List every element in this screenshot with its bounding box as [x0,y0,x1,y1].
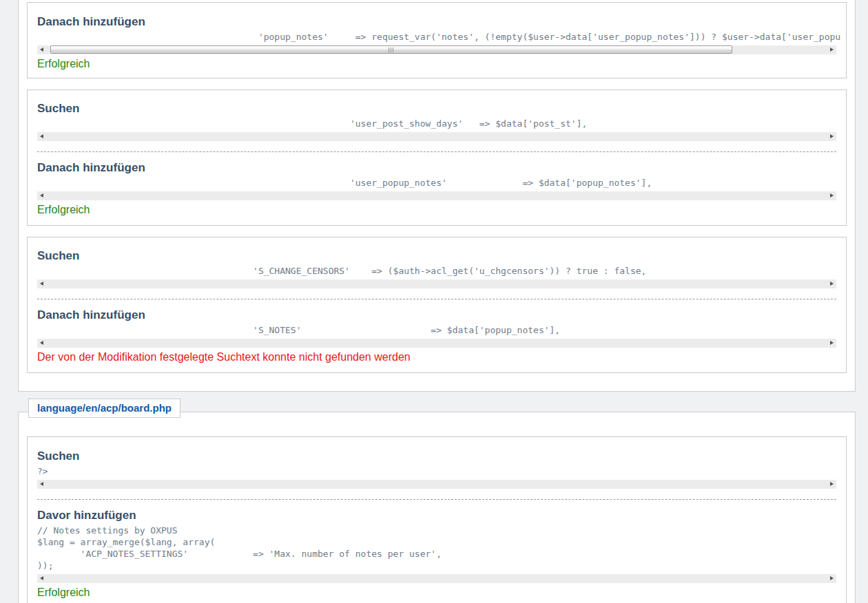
code-snippet: // Notes settings by OXPUS $lang = array… [37,525,845,571]
dashed-divider [37,151,836,152]
mod-report-container-2: language/en/acp/board.php Suchen ?> Davo… [18,412,856,603]
scrollbar-right-arrow-icon[interactable] [830,282,834,286]
horizontal-scrollbar[interactable] [37,339,836,348]
action-heading-add-after: Danach hinzufügen [37,15,836,29]
scrollbar-left-arrow-icon[interactable] [40,134,43,138]
scrollbar-left-arrow-icon[interactable] [40,482,43,486]
horizontal-scrollbar[interactable] [37,574,836,583]
scrollbar-right-arrow-icon[interactable] [830,341,834,345]
scrollbar-thumb[interactable] [50,45,732,54]
action-heading-search: Suchen [37,249,836,263]
horizontal-scrollbar[interactable] [37,45,836,54]
scrollbar-grip-icon [389,47,395,52]
code-snippet: 'popup_notes' => request_var('notes', (!… [37,31,845,43]
status-success: Erfolgreich [37,204,836,216]
scrollbar-right-arrow-icon[interactable] [830,193,834,198]
code-snippet: 'user_popup_notes' => $data['popup_notes… [37,177,845,189]
scrollbar-right-arrow-icon[interactable] [830,482,834,486]
horizontal-scrollbar[interactable] [37,191,836,200]
scrollbar-left-arrow-icon[interactable] [40,341,43,345]
code-snippet: 'S_NOTES' => $data['popup_notes'], [37,324,845,336]
dashed-divider [37,299,836,299]
action-heading-search: Suchen [37,449,836,463]
horizontal-scrollbar[interactable] [37,132,836,141]
mod-action-block-board-lang: Suchen ?> Davor hinzufügen // Notes sett… [27,436,847,603]
scrollbar-left-arrow-icon[interactable] [40,47,43,52]
horizontal-scrollbar[interactable] [37,480,836,489]
mod-report-container-1: Danach hinzufügen 'popup_notes' => reque… [18,0,856,392]
scrollbar-left-arrow-icon[interactable] [40,193,43,198]
scrollbar-right-arrow-icon[interactable] [830,576,834,580]
code-snippet: 'user_post_show_days' => $data['post_st'… [37,118,845,129]
action-heading-search: Suchen [37,102,836,116]
status-success: Erfolgreich [37,58,836,70]
scrollbar-left-arrow-icon[interactable] [40,576,43,580]
content-column: Danach hinzufügen 'popup_notes' => reque… [18,0,856,603]
action-heading-add-after: Danach hinzufügen [37,308,836,322]
status-error: Der von der Modifikation festgelegte Suc… [37,351,836,363]
action-heading-add-after: Danach hinzufügen [37,161,836,175]
code-snippet: ?> [37,465,845,477]
scrollbar-right-arrow-icon[interactable] [830,134,834,138]
mod-action-block-s-notes: Suchen 'S_CHANGE_CENSORS' => ($auth->acl… [27,237,847,373]
mod-action-block-user-popup-notes: Suchen 'user_post_show_days' => $data['p… [27,89,847,226]
mod-action-block-popup-notes: Danach hinzufügen 'popup_notes' => reque… [27,2,847,78]
dashed-divider [37,499,836,500]
file-tab: language/en/acp/board.php [28,399,180,418]
action-heading-add-before: Davor hinzufügen [37,509,836,522]
scrollbar-right-arrow-icon[interactable] [830,47,834,52]
code-snippet: 'S_CHANGE_CENSORS' => ($auth->acl_get('u… [37,265,845,277]
status-success: Erfolgreich [37,586,836,599]
horizontal-scrollbar[interactable] [37,279,836,288]
scrollbar-left-arrow-icon[interactable] [40,282,43,286]
